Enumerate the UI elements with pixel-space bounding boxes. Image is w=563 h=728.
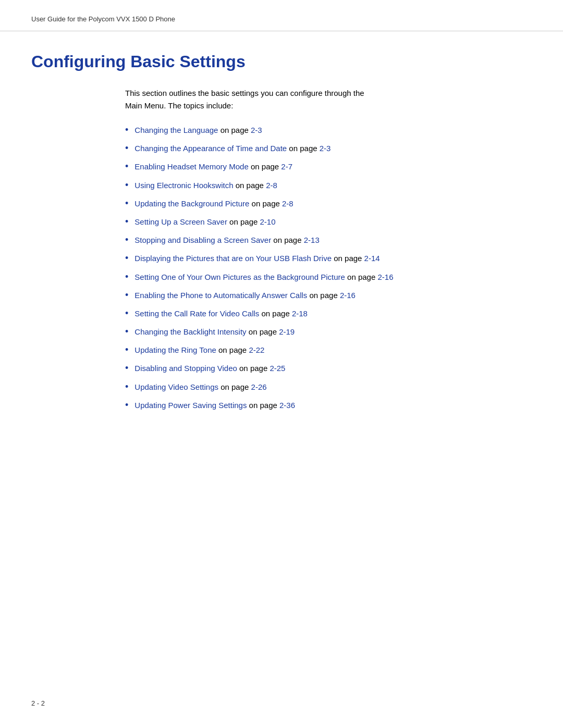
list-item-content: Updating Video Settings on page 2-26 [134,381,266,393]
list-item: •Updating the Background Picture on page… [125,197,532,210]
bullet-dot-icon: • [125,142,128,155]
list-item: •Stopping and Disabling a Screen Saver o… [125,233,532,246]
topic-link[interactable]: Setting Up a Screen Saver [134,217,227,226]
bullet-dot-icon: • [125,252,128,265]
topic-link[interactable]: Updating the Background Picture [134,199,249,208]
list-item: •Changing the Backlight Intensity on pag… [125,325,532,338]
page-link[interactable]: 2-22 [249,346,264,354]
topic-plain-text: on page [259,309,292,318]
list-item: •Disabling and Stopping Video on page 2-… [125,362,532,375]
list-item-content: Updating the Background Picture on page … [134,198,293,210]
topic-link[interactable]: Displaying the Pictures that are on Your… [134,254,332,263]
bullet-dot-icon: • [125,179,128,192]
list-item-content: Setting One of Your Own Pictures as the … [134,272,393,283]
list-item-content: Changing the Language on page 2-3 [134,125,262,137]
list-item: •Updating Video Settings on page 2-26 [125,380,532,393]
list-item-content: Changing the Backlight Intensity on page… [134,326,295,338]
topic-plain-text: on page [307,291,340,300]
list-item: •Setting Up a Screen Saver on page 2-10 [125,215,532,228]
topic-plain-text: on page [247,401,279,410]
list-item: •Enabling the Phone to Automatically Ans… [125,289,532,302]
topics-list: •Changing the Language on page 2-3•Chang… [125,124,532,412]
list-item-content: Setting the Call Rate for Video Calls on… [134,308,308,320]
topic-link[interactable]: Changing the Language [134,126,218,134]
page: User Guide for the Polycom VVX 1500 D Ph… [0,0,563,728]
bullet-dot-icon: • [125,233,128,246]
topic-link[interactable]: Changing the Backlight Intensity [134,327,246,336]
page-link[interactable]: 2-16 [340,291,356,300]
intro-paragraph: This section outlines the basic settings… [125,87,532,112]
topic-link[interactable]: Updating Power Saving Settings [134,401,247,410]
list-item-content: Using Electronic Hookswitch on page 2-8 [134,180,277,192]
main-content: Configuring Basic Settings This section … [0,31,563,448]
topic-link[interactable]: Setting the Call Rate for Video Calls [134,309,259,318]
page-link[interactable]: 2-13 [304,236,320,244]
bullet-dot-icon: • [125,343,128,356]
topic-plain-text: on page [345,273,378,281]
topic-link[interactable]: Stopping and Disabling a Screen Saver [134,236,271,244]
page-link[interactable]: 2-19 [279,327,295,336]
list-item-content: Changing the Appearance of Time and Date… [134,143,331,155]
bullet-dot-icon: • [125,307,128,320]
page-link[interactable]: 2-25 [270,364,285,373]
topic-plain-text: on page [249,199,282,208]
page-link[interactable]: 2-8 [282,199,293,208]
list-item-content: Stopping and Disabling a Screen Saver on… [134,235,319,246]
page-link[interactable]: 2-18 [292,309,308,318]
topic-link[interactable]: Changing the Appearance of Time and Date [134,144,287,153]
topic-plain-text: on page [247,327,279,336]
topic-link[interactable]: Enabling Headset Memory Mode [134,162,248,171]
topic-plain-text: on page [234,181,266,190]
topic-plain-text: on page [218,126,251,134]
list-item-content: Enabling the Phone to Automatically Answ… [134,290,356,302]
topic-plain-text: on page [216,346,249,354]
page-title: Configuring Basic Settings [31,52,532,71]
list-item-content: Updating the Ring Tone on page 2-22 [134,344,264,356]
list-item: •Updating the Ring Tone on page 2-22 [125,343,532,356]
page-link[interactable]: 2-8 [266,181,277,190]
topic-link[interactable]: Updating the Ring Tone [134,346,216,354]
list-item: •Setting One of Your Own Pictures as the… [125,270,532,283]
page-link[interactable]: 2-7 [281,162,292,171]
list-item: •Displaying the Pictures that are on You… [125,252,532,265]
intro-line2: Main Menu. The topics include: [125,101,233,110]
topic-plain-text: on page [271,236,304,244]
page-link[interactable]: 2-3 [320,144,331,153]
bullet-dot-icon: • [125,215,128,228]
topic-plain-text: on page [237,364,270,373]
topic-plain-text: on page [287,144,320,153]
topic-plain-text: on page [249,162,282,171]
bullet-dot-icon: • [125,270,128,283]
page-link[interactable]: 2-14 [364,254,380,263]
topic-link[interactable]: Updating Video Settings [134,382,218,391]
topic-plain-text: on page [332,254,364,263]
topic-link[interactable]: Disabling and Stopping Video [134,364,237,373]
page-link[interactable]: 2-3 [251,126,262,134]
list-item-content: Updating Power Saving Settings on page 2… [134,400,295,412]
bullet-dot-icon: • [125,399,128,412]
list-item: •Changing the Appearance of Time and Dat… [125,142,532,155]
page-link[interactable]: 2-26 [251,382,267,391]
bullet-dot-icon: • [125,362,128,375]
page-link[interactable]: 2-36 [279,401,295,410]
bullet-dot-icon: • [125,380,128,393]
topic-link[interactable]: Setting One of Your Own Pictures as the … [134,273,345,281]
bullet-dot-icon: • [125,197,128,210]
topic-plain-text: on page [218,382,251,391]
page-footer: 2 - 2 [31,699,45,707]
list-item-content: Disabling and Stopping Video on page 2-2… [134,363,285,375]
list-item: •Enabling Headset Memory Mode on page 2-… [125,160,532,173]
page-link[interactable]: 2-10 [260,217,275,226]
topic-link[interactable]: Enabling the Phone to Automatically Answ… [134,291,307,300]
page-header: User Guide for the Polycom VVX 1500 D Ph… [0,0,563,31]
list-item: •Changing the Language on page 2-3 [125,124,532,137]
list-item: •Updating Power Saving Settings on page … [125,399,532,412]
topic-link[interactable]: Using Electronic Hookswitch [134,181,233,190]
bullet-dot-icon: • [125,124,128,137]
page-number: 2 - 2 [31,699,45,707]
bullet-dot-icon: • [125,325,128,338]
list-item-content: Enabling Headset Memory Mode on page 2-7 [134,161,292,173]
list-item-content: Displaying the Pictures that are on Your… [134,253,380,265]
list-item: •Setting the Call Rate for Video Calls o… [125,307,532,320]
page-link[interactable]: 2-16 [377,273,393,281]
